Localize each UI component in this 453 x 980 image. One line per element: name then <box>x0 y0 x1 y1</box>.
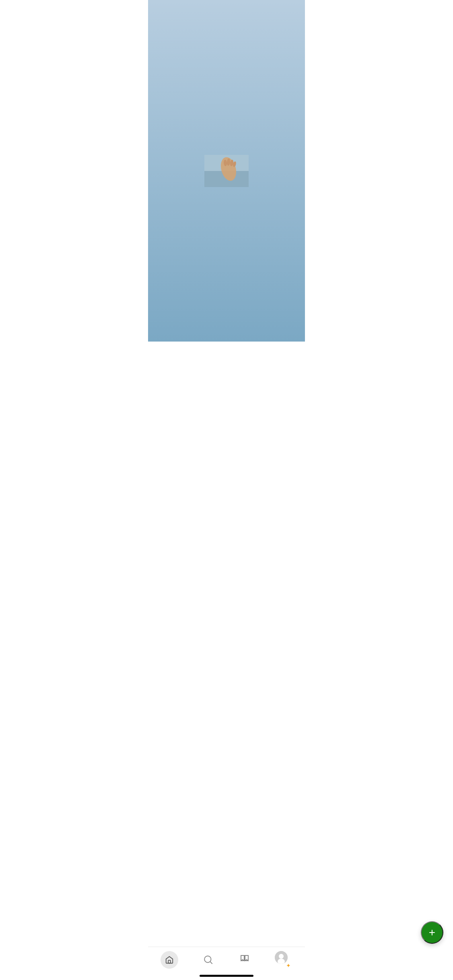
svg-point-49 <box>287 313 288 314</box>
svg-point-51 <box>292 313 294 314</box>
article-card: James Michael Sama M 10 Behaviors You Sh… <box>148 145 305 241</box>
article-body: 10 Behaviors You Should Never Accept In … <box>156 171 297 218</box>
article-thumbnail[interactable] <box>253 171 297 203</box>
svg-point-50 <box>290 313 291 314</box>
